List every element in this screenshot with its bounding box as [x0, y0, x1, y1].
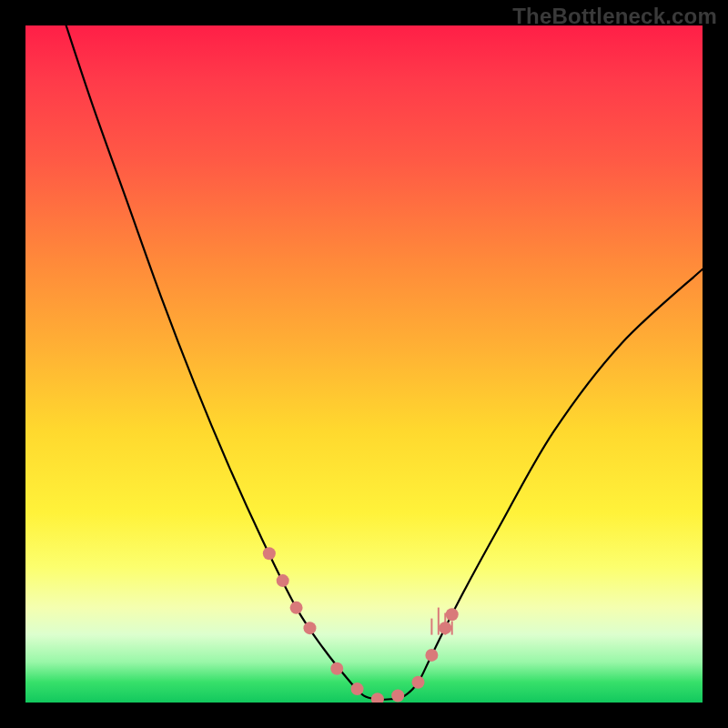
marker-dot [391, 690, 404, 703]
marker-dot [351, 682, 364, 695]
plot-area [25, 25, 703, 703]
marker-dot [330, 662, 343, 675]
marker-dot [446, 608, 459, 621]
marker-dot [439, 622, 451, 634]
marker-dot [263, 547, 276, 560]
marker-dots [263, 547, 459, 703]
marker-dot [303, 622, 316, 634]
bottleneck-curve [66, 25, 703, 700]
marker-dot [412, 676, 425, 689]
marker-dot [277, 574, 289, 587]
marker-dot [425, 649, 438, 662]
curve-svg [25, 25, 703, 703]
marker-dot [371, 693, 384, 703]
chart-frame: TheBottleneck.com [0, 0, 728, 728]
marker-dot [290, 602, 303, 614]
watermark-text: TheBottleneck.com [512, 4, 717, 29]
spike-group [431, 608, 451, 635]
